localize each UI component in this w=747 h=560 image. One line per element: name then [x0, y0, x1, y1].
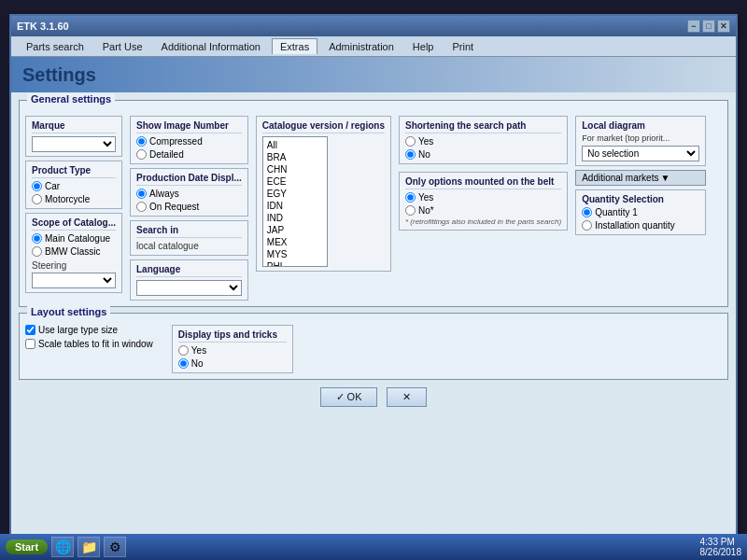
list-item[interactable]: EGY: [265, 188, 325, 200]
cancel-button[interactable]: ✕: [387, 387, 427, 407]
taskbar-app-icon[interactable]: ⚙: [104, 537, 126, 557]
list-item[interactable]: All: [265, 139, 325, 151]
list-item[interactable]: PHL: [265, 260, 325, 267]
local-diagram-box: Local diagram For market (top priorit...…: [575, 116, 706, 166]
menu-additional-info[interactable]: Additional Information: [154, 39, 268, 54]
additional-markets-button[interactable]: Additional markets ▼: [575, 170, 706, 186]
scope-main[interactable]: Main Catalogue: [32, 233, 116, 244]
prod-always[interactable]: Always: [136, 189, 242, 199]
list-item[interactable]: MEX: [265, 236, 325, 248]
options-no[interactable]: No*: [405, 205, 561, 216]
menu-print[interactable]: Print: [444, 39, 481, 54]
list-item[interactable]: CHN: [265, 163, 325, 175]
product-type-motorcycle[interactable]: Motorcycle: [32, 194, 116, 204]
steering-select[interactable]: [32, 273, 116, 288]
marque-box: Marque: [25, 116, 122, 157]
taskbar-icons: 🌐 📁 ⚙: [51, 537, 696, 557]
layout-checkboxes: Use large type size Scale tables to fit …: [25, 325, 153, 373]
menu-extras[interactable]: Extras: [272, 38, 317, 54]
list-item[interactable]: IND: [265, 212, 325, 224]
taskbar-time: 4:33 PM 8/26/2018: [700, 537, 742, 557]
taskbar-folder-icon[interactable]: 📁: [78, 537, 100, 557]
menu-administration[interactable]: Administration: [321, 39, 402, 54]
options-yes[interactable]: Yes: [405, 192, 561, 203]
product-type-label: Product Type: [32, 165, 116, 178]
general-settings-group: General settings Marque Product Type: [19, 100, 728, 307]
language-select[interactable]: [136, 280, 242, 296]
maximize-button[interactable]: □: [702, 20, 715, 33]
language-box: Language: [130, 259, 248, 301]
content-area: General settings Marque Product Type: [11, 92, 736, 535]
marque-label: Marque: [32, 120, 116, 133]
image-number-group: Compressed Detailed: [136, 136, 242, 160]
product-type-group: Car Motorcycle: [32, 181, 116, 204]
title-bar: ETK 3.1.60 − □ ✕: [11, 16, 736, 36]
search-in-box: Search in local catalogue: [130, 220, 248, 256]
taskbar-ie-icon[interactable]: 🌐: [51, 537, 74, 557]
window-controls: − □ ✕: [687, 20, 730, 33]
catalogue-label: Catalogue version / regions: [262, 120, 385, 133]
menu-bar: Parts search Part Use Additional Informa…: [11, 36, 736, 57]
shortening-no[interactable]: No: [405, 149, 561, 160]
button-row: ✓ OK ✕: [19, 387, 728, 407]
large-type-checkbox[interactable]: Use large type size: [25, 325, 153, 335]
scale-tables-checkbox[interactable]: Scale tables to fit in window: [25, 339, 153, 349]
close-button[interactable]: ✕: [717, 20, 730, 33]
options-note: * (retrofittings also included in the pa…: [405, 217, 561, 226]
taskbar-system-tray: 4:33 PM 8/26/2018: [700, 537, 742, 557]
start-button[interactable]: Start: [6, 539, 48, 554]
show-image-label: Show Image Number: [136, 120, 242, 133]
list-item[interactable]: ECE: [265, 175, 325, 188]
quantity-installation[interactable]: Installation quantity: [582, 220, 699, 231]
application-window: ETK 3.1.60 − □ ✕ Parts search Part Use A…: [9, 14, 738, 537]
product-type-box: Product Type Car Motorcycle: [25, 161, 122, 209]
menu-parts-search[interactable]: Parts search: [19, 39, 92, 54]
language-label: Language: [136, 264, 242, 277]
image-detailed[interactable]: Detailed: [136, 149, 242, 160]
list-item[interactable]: MYS: [265, 248, 325, 260]
additional-markets-icon: ▼: [660, 173, 669, 183]
additional-markets-label: Additional markets: [582, 173, 658, 183]
quantity-group: Quantity 1 Installation quantity: [582, 207, 699, 231]
list-item[interactable]: BRA: [265, 151, 325, 163]
prod-on-request[interactable]: On Request: [136, 202, 242, 212]
local-diagram-subtitle: For market (top priorit...: [582, 133, 699, 143]
production-date-box: Production Date Displ... Always On Reque…: [130, 168, 248, 217]
display-tips-label: Display tips and tricks: [178, 329, 287, 343]
local-diagram-label: Local diagram: [582, 120, 699, 131]
only-options-label: Only options mounted on the belt: [405, 176, 561, 189]
product-type-car[interactable]: Car: [32, 181, 116, 191]
list-item[interactable]: JAP: [265, 224, 325, 236]
ok-button[interactable]: ✓ OK: [320, 387, 378, 407]
layout-settings-title: Layout settings: [27, 306, 110, 317]
quantity-selection-box: Quantity Selection Quantity 1 Installati…: [575, 189, 706, 235]
search-in-label: Search in: [136, 225, 242, 238]
show-image-box: Show Image Number Compressed Detailed: [130, 116, 248, 164]
local-diagram-select[interactable]: No selection: [582, 146, 699, 161]
page-header: Settings: [11, 57, 736, 92]
shortening-label: Shortening the search path: [405, 120, 561, 133]
only-options-box: Only options mounted on the belt Yes No*: [399, 172, 568, 231]
scope-box: Scope of Catalog... Main Catalogue BMW C…: [25, 213, 122, 293]
catalogue-list[interactable]: All BRA CHN ECE EGY IDN IND JAP MEX MYS …: [262, 136, 328, 267]
layout-settings-group: Layout settings Use large type size Scal…: [19, 313, 728, 380]
tips-yes[interactable]: Yes: [178, 345, 287, 356]
steering-label: Steering: [32, 260, 116, 271]
scope-group: Main Catalogue BMW Classic: [32, 233, 116, 257]
image-compressed[interactable]: Compressed: [136, 136, 242, 147]
tips-no[interactable]: No: [178, 358, 287, 369]
scope-bmw[interactable]: BMW Classic: [32, 246, 116, 257]
only-options-group: Yes No*: [405, 192, 561, 216]
display-tips-box: Display tips and tricks Yes No: [172, 325, 293, 373]
shortening-yes[interactable]: Yes: [405, 136, 561, 147]
general-settings-title: General settings: [27, 93, 115, 105]
page-title: Settings: [22, 64, 96, 86]
minimize-button[interactable]: −: [687, 20, 700, 33]
list-item[interactable]: IDN: [265, 200, 325, 212]
menu-part-use[interactable]: Part Use: [95, 39, 150, 54]
menu-help[interactable]: Help: [405, 39, 442, 54]
quantity-1[interactable]: Quantity 1: [582, 207, 699, 217]
marque-select[interactable]: [32, 136, 116, 152]
catalogue-box: Catalogue version / regions All BRA CHN …: [256, 116, 391, 272]
taskbar: Start 🌐 📁 ⚙ 4:33 PM 8/26/2018: [0, 534, 747, 560]
